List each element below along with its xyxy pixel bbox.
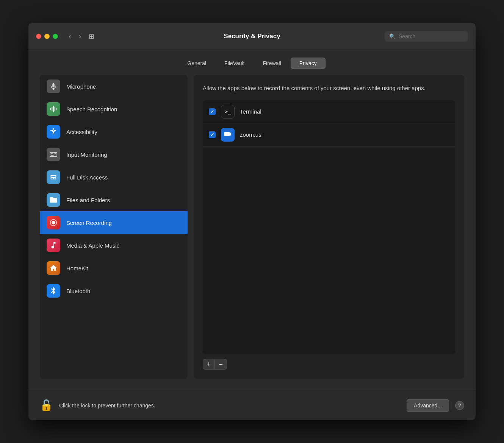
bluetooth-label: Bluetooth: [66, 288, 90, 294]
remove-app-button[interactable]: −: [215, 359, 227, 370]
terminal-checkbox[interactable]: ✓: [209, 108, 216, 115]
bluetooth-icon: [47, 284, 60, 298]
main-content: Microphone Speech Recognition: [28, 75, 476, 390]
sidebar-item-microphone[interactable]: Microphone: [40, 75, 188, 98]
main-window: ‹ › ⊞ Security & Privacy 🔍 General FileV…: [28, 23, 476, 420]
search-icon: 🔍: [389, 33, 396, 39]
terminal-app-icon: >_: [221, 105, 235, 119]
speech-recognition-icon: [47, 102, 60, 116]
lock-icon[interactable]: 🔓: [40, 399, 53, 412]
files-and-folders-label: Files and Folders: [66, 197, 110, 203]
panel-actions: + −: [203, 359, 455, 370]
bottom-bar: 🔓 Click the lock to prevent further chan…: [28, 390, 476, 420]
app-list: ✓ >_ Terminal ✓ zoom.us: [203, 100, 455, 355]
zoom-app-icon: [221, 128, 235, 142]
microphone-label: Microphone: [66, 83, 96, 90]
full-disk-access-icon: [47, 170, 60, 184]
maximize-button[interactable]: [53, 34, 58, 39]
check-icon: ✓: [210, 109, 214, 114]
svg-rect-6: [51, 155, 54, 156]
homekit-icon: [47, 261, 60, 275]
sidebar-item-accessibility[interactable]: Accessibility: [40, 120, 188, 143]
svg-point-7: [52, 221, 55, 224]
back-button[interactable]: ‹: [66, 30, 74, 42]
sidebar-item-speech-recognition[interactable]: Speech Recognition: [40, 98, 188, 120]
svg-rect-5: [55, 153, 56, 154]
svg-rect-2: [51, 153, 52, 154]
accessibility-icon: [47, 125, 60, 139]
panel-description: Allow the apps below to record the conte…: [203, 84, 455, 93]
tabs-container: General FileVault Firewall Privacy: [28, 50, 476, 75]
app-row-zoom: ✓ zoom.us: [203, 123, 455, 147]
media-apple-music-label: Media & Apple Music: [66, 242, 119, 249]
zoom-app-name: zoom.us: [240, 131, 261, 138]
screen-recording-label: Screen Recording: [66, 220, 112, 226]
speech-recognition-label: Speech Recognition: [66, 106, 117, 112]
svg-rect-4: [54, 153, 55, 154]
app-row-terminal: ✓ >_ Terminal: [203, 100, 455, 123]
sidebar-item-full-disk-access[interactable]: Full Disk Access: [40, 166, 188, 189]
window-title: Security & Privacy: [224, 33, 280, 40]
tab-filevault[interactable]: FileVault: [216, 58, 253, 69]
search-bar[interactable]: 🔍: [385, 31, 468, 42]
sidebar-item-screen-recording[interactable]: Screen Recording: [40, 211, 188, 234]
input-monitoring-icon: [47, 148, 60, 161]
sidebar: Microphone Speech Recognition: [40, 75, 188, 379]
search-input[interactable]: [399, 33, 463, 39]
terminal-app-name: Terminal: [240, 108, 261, 115]
tab-privacy[interactable]: Privacy: [291, 58, 326, 69]
zoom-checkbox[interactable]: ✓: [209, 131, 216, 138]
accessibility-label: Accessibility: [66, 129, 97, 135]
titlebar: ‹ › ⊞ Security & Privacy 🔍: [28, 23, 476, 50]
svg-rect-1: [50, 153, 57, 157]
tab-general[interactable]: General: [178, 58, 215, 69]
sidebar-item-input-monitoring[interactable]: Input Monitoring: [40, 143, 188, 166]
input-monitoring-label: Input Monitoring: [66, 151, 107, 158]
nav-buttons: ‹ ›: [66, 30, 84, 42]
advanced-button[interactable]: Advanced...: [407, 399, 449, 412]
grid-button[interactable]: ⊞: [87, 31, 96, 42]
svg-rect-3: [52, 153, 53, 154]
homekit-label: HomeKit: [66, 265, 88, 271]
help-button[interactable]: ?: [455, 401, 464, 410]
close-button[interactable]: [36, 34, 41, 39]
sidebar-item-bluetooth[interactable]: Bluetooth: [40, 279, 188, 302]
right-panel: Allow the apps below to record the conte…: [194, 75, 464, 379]
screen-recording-icon: [47, 216, 60, 229]
app-list-spacer: [203, 147, 455, 355]
files-and-folders-icon: [47, 193, 60, 207]
lock-text: Click the lock to prevent further change…: [59, 402, 401, 409]
traffic-lights: [36, 34, 58, 39]
forward-button[interactable]: ›: [76, 30, 85, 42]
add-app-button[interactable]: +: [203, 359, 215, 370]
tab-firewall[interactable]: Firewall: [254, 58, 290, 69]
check-icon: ✓: [210, 132, 214, 137]
sidebar-item-media-apple-music[interactable]: Media & Apple Music: [40, 234, 188, 257]
sidebar-item-homekit[interactable]: HomeKit: [40, 257, 188, 279]
sidebar-item-files-and-folders[interactable]: Files and Folders: [40, 189, 188, 211]
media-apple-music-icon: [47, 239, 60, 252]
svg-point-0: [53, 128, 54, 130]
minimize-button[interactable]: [44, 34, 50, 39]
microphone-icon: [47, 80, 60, 93]
full-disk-access-label: Full Disk Access: [66, 174, 108, 181]
